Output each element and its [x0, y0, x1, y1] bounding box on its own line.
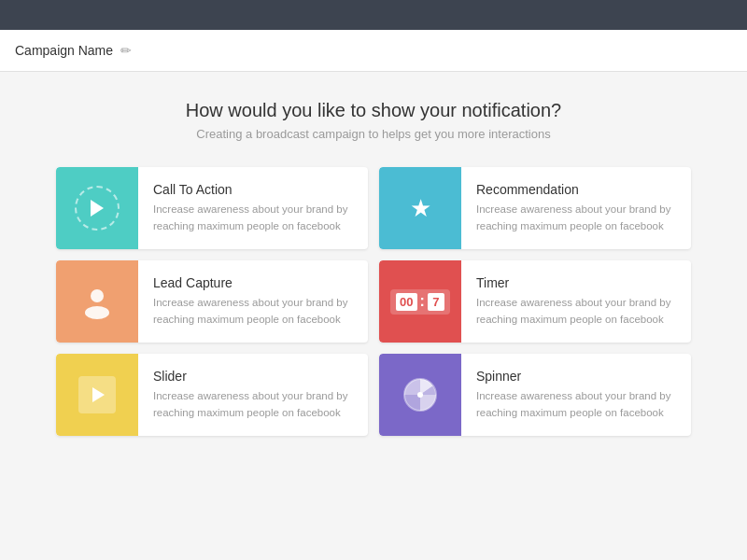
card-title-call-to-action: Call To Action: [153, 182, 353, 197]
campaign-bar: Campaign Name ✏: [0, 30, 747, 72]
timer-digit-1: 00: [396, 293, 416, 311]
card-icon-call-to-action: [56, 167, 138, 249]
card-call-to-action[interactable]: Call To Action Increase awareness about …: [56, 167, 368, 249]
timer-digit-2: 7: [428, 293, 444, 311]
card-desc-lead-capture: Increase awareness about your brand by r…: [153, 295, 353, 328]
card-spinner[interactable]: Spinner Increase awareness about your br…: [379, 354, 691, 436]
card-lead-capture[interactable]: Lead Capture Increase awareness about yo…: [56, 260, 368, 343]
card-title-slider: Slider: [153, 369, 353, 384]
card-recommendation[interactable]: ★ Recommendation Increase awareness abou…: [379, 167, 691, 249]
main-content: How would you like to show your notifica…: [0, 72, 747, 557]
star-icon: ★: [410, 194, 431, 223]
card-desc-spinner: Increase awareness about your brand by r…: [476, 388, 676, 421]
card-timer[interactable]: 00 : 7 Timer Increase awareness about yo…: [379, 260, 691, 343]
edit-icon[interactable]: ✏: [120, 43, 132, 58]
card-icon-timer: 00 : 7: [379, 260, 461, 343]
card-desc-call-to-action: Increase awareness about your brand by r…: [153, 202, 353, 234]
spinner-icon: [402, 376, 439, 413]
card-icon-lead-capture: [56, 260, 138, 343]
svg-point-1: [85, 306, 109, 319]
svg-point-3: [417, 392, 423, 398]
page-subtitle: Creating a broadcast campaign to helps g…: [19, 127, 728, 141]
play-icon: [78, 376, 116, 413]
card-icon-spinner: [379, 354, 461, 436]
person-icon: [78, 283, 116, 320]
card-desc-slider: Increase awareness about your brand by r…: [153, 388, 353, 421]
card-icon-recommendation: ★: [379, 167, 461, 249]
card-title-spinner: Spinner: [476, 369, 676, 384]
card-desc-timer: Increase awareness about your brand by r…: [476, 295, 676, 328]
top-bar: [0, 0, 747, 30]
svg-point-0: [91, 289, 104, 302]
card-title-timer: Timer: [476, 275, 676, 290]
card-title-recommendation: Recommendation: [476, 182, 676, 197]
timer-colon: :: [420, 293, 425, 310]
card-desc-recommendation: Increase awareness about your brand by r…: [476, 202, 676, 234]
card-icon-slider: [56, 354, 138, 436]
campaign-name: Campaign Name: [15, 43, 113, 58]
card-title-lead-capture: Lead Capture: [153, 275, 353, 290]
cards-grid: Call To Action Increase awareness about …: [56, 167, 691, 436]
card-slider[interactable]: Slider Increase awareness about your bra…: [56, 354, 368, 436]
page-title: How would you like to show your notifica…: [19, 100, 728, 121]
